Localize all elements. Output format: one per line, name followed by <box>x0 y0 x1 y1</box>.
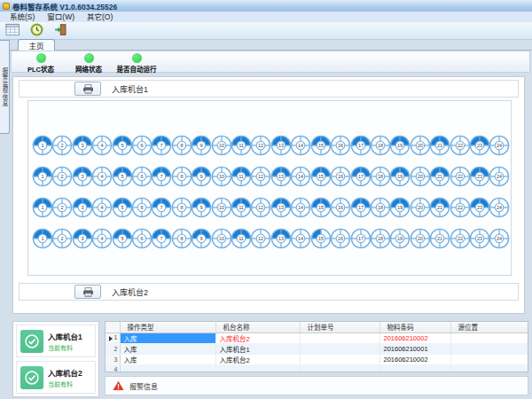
coil-slot-occupied-icon[interactable]: 9 <box>191 166 212 187</box>
coil-slot-occupied-icon[interactable]: 7 <box>151 228 172 249</box>
table-cell[interactable] <box>215 364 300 372</box>
column-header[interactable]: 源位置 <box>450 322 528 332</box>
coil-slot-empty-icon[interactable]: 24 <box>489 228 510 249</box>
table-cell[interactable]: 201606210001 <box>379 343 450 354</box>
coil-slot-occupied-icon[interactable]: 11 <box>231 135 252 156</box>
table-cell[interactable]: 入库机台1 <box>215 343 300 354</box>
table-cell[interactable] <box>450 364 528 372</box>
coil-slot-occupied-icon[interactable]: 7 <box>151 135 172 156</box>
coil-slot-empty-icon[interactable]: 12 <box>250 197 271 218</box>
coil-slot-occupied-icon[interactable]: 17 <box>350 135 372 156</box>
column-header[interactable]: 物料条码 <box>379 322 450 332</box>
coil-slot-occupied-icon[interactable]: 7 <box>151 166 172 187</box>
table-cell[interactable] <box>300 364 379 372</box>
coil-slot-occupied-icon[interactable]: 13 <box>270 228 292 249</box>
coil-slot-empty-icon[interactable]: 6 <box>131 197 153 218</box>
coil-slot-occupied-icon[interactable]: 3 <box>72 228 93 249</box>
table-cell[interactable] <box>120 364 215 372</box>
coil-slot-empty-icon[interactable]: 24 <box>489 197 510 218</box>
coil-slot-occupied-icon[interactable]: 5 <box>112 197 133 218</box>
coil-slot-occupied-icon[interactable]: 23 <box>469 197 490 218</box>
coil-slot-empty-icon[interactable]: 18 <box>370 135 391 156</box>
coil-slot-empty-icon[interactable]: 10 <box>211 228 232 249</box>
coil-slot-empty-icon[interactable]: 8 <box>171 228 192 249</box>
coil-slot-occupied-icon[interactable]: 11 <box>231 166 252 187</box>
coil-slot-empty-icon[interactable]: 2 <box>51 228 73 249</box>
coil-slot-occupied-icon[interactable]: 9 <box>191 135 212 156</box>
print-button-machine2[interactable] <box>74 285 101 299</box>
print-button-machine1[interactable] <box>74 82 101 96</box>
coil-slot-occupied-icon[interactable]: 15 <box>310 197 332 218</box>
coil-slot-occupied-icon[interactable]: 5 <box>112 166 133 187</box>
coil-slot-empty-icon[interactable]: 2 <box>51 135 73 156</box>
coil-slot-empty-icon[interactable]: 20 <box>410 228 431 249</box>
coil-slot-occupied-icon[interactable]: 19 <box>389 197 411 218</box>
coil-slot-empty-icon[interactable]: 10 <box>211 166 232 187</box>
coil-slot-empty-icon[interactable]: 8 <box>171 197 192 218</box>
table-cell[interactable]: 201606210002 <box>379 332 450 343</box>
coil-slot-occupied-icon[interactable]: 19 <box>389 135 411 156</box>
coil-slot-empty-icon[interactable]: 8 <box>171 135 192 156</box>
coil-slot-empty-icon[interactable]: 10 <box>211 135 232 156</box>
coil-slot-empty-icon[interactable]: 4 <box>91 135 113 156</box>
coil-slot-empty-icon[interactable]: 16 <box>330 135 351 156</box>
coil-slot-occupied-icon[interactable]: 13 <box>270 166 292 187</box>
coil-slot-occupied-icon[interactable]: 13 <box>270 197 292 218</box>
coil-slot-empty-icon[interactable]: 20 <box>410 166 431 187</box>
coil-slot-occupied-icon[interactable]: 15 <box>310 166 332 187</box>
coil-slot-occupied-icon[interactable]: 3 <box>72 166 93 187</box>
coil-slot-empty-icon[interactable]: 22 <box>450 197 471 218</box>
coil-slot-empty-icon[interactable]: 16 <box>330 197 351 218</box>
table-cell[interactable]: 入库 <box>120 354 215 364</box>
coil-slot-empty-icon[interactable]: 20 <box>410 135 431 156</box>
table-cell[interactable] <box>450 332 528 343</box>
coil-slot-empty-icon[interactable]: 16 <box>330 166 351 187</box>
coil-slot-empty-icon[interactable]: 14 <box>290 228 311 249</box>
coil-slot-occupied-icon[interactable]: 1 <box>32 197 53 218</box>
coil-slot-occupied-icon[interactable]: 13 <box>270 135 292 156</box>
column-header[interactable]: 计划单号 <box>300 322 379 332</box>
coil-slot-occupied-icon[interactable]: 1 <box>32 228 53 249</box>
table-cell[interactable] <box>300 354 379 364</box>
coil-slot-occupied-icon[interactable]: 15 <box>310 135 332 156</box>
table-cell[interactable] <box>450 343 528 354</box>
machine-status-card[interactable]: 入库机台2当前有料 <box>16 361 96 394</box>
table-cell[interactable] <box>379 364 450 372</box>
menu-item[interactable]: 窗口(W) <box>41 12 81 22</box>
coil-slot-empty-icon[interactable]: 4 <box>91 197 113 218</box>
coil-slot-occupied-icon[interactable]: 1 <box>32 166 53 187</box>
coil-slot-empty-icon[interactable]: 6 <box>131 228 153 249</box>
table-cell[interactable]: 201606210002 <box>379 354 450 364</box>
coil-slot-empty-icon[interactable]: 22 <box>450 228 471 249</box>
coil-slot-empty-icon[interactable]: 10 <box>211 197 232 218</box>
menu-item[interactable]: 系统(S) <box>4 12 41 22</box>
tool-button-clock-icon[interactable] <box>27 23 46 39</box>
coil-slot-empty-icon[interactable]: 12 <box>250 135 271 156</box>
coil-slot-empty-icon[interactable]: 12 <box>250 228 271 249</box>
column-header[interactable]: 操作类型 <box>120 322 215 332</box>
table-cell[interactable]: 入库 <box>120 343 215 354</box>
coil-slot-occupied-icon[interactable]: 9 <box>191 228 212 249</box>
coil-slot-occupied-icon[interactable]: 9 <box>191 197 212 218</box>
coil-slot-empty-icon[interactable]: 21 <box>429 228 450 249</box>
coil-slot-occupied-icon[interactable]: 3 <box>72 135 93 156</box>
coil-slot-empty-icon[interactable]: 14 <box>290 166 311 187</box>
coil-slot-occupied-icon[interactable]: 5 <box>112 135 133 156</box>
coil-slot-empty-icon[interactable]: 6 <box>131 135 153 156</box>
coil-slot-empty-icon[interactable]: 12 <box>250 166 271 187</box>
coil-slot-occupied-icon[interactable]: 5 <box>112 228 133 249</box>
side-panel-tab-alarm-monitor[interactable]: 报警监视信息 <box>0 40 10 134</box>
coil-slot-occupied-icon[interactable]: 17 <box>350 166 372 187</box>
machine-status-card[interactable]: 入库机台1当前有料 <box>16 325 96 357</box>
coil-slot-occupied-icon[interactable]: 21 <box>429 197 450 218</box>
tool-button-calendar-grid-icon[interactable] <box>4 23 22 39</box>
coil-slot-occupied-icon[interactable]: 7 <box>151 197 172 218</box>
table-cell[interactable]: 入库机台2 <box>215 354 300 364</box>
coil-slot-empty-icon[interactable]: 22 <box>450 166 471 187</box>
coil-slot-empty-icon[interactable]: 19 <box>389 228 411 249</box>
coil-slot-occupied-icon[interactable]: 19 <box>389 166 411 187</box>
coil-slot-occupied-icon[interactable]: 23 <box>469 135 490 156</box>
tool-button-exit-door-icon[interactable] <box>51 23 70 39</box>
coil-slot-empty-icon[interactable]: 18 <box>370 228 391 249</box>
coil-slot-empty-icon[interactable]: 4 <box>91 228 113 249</box>
